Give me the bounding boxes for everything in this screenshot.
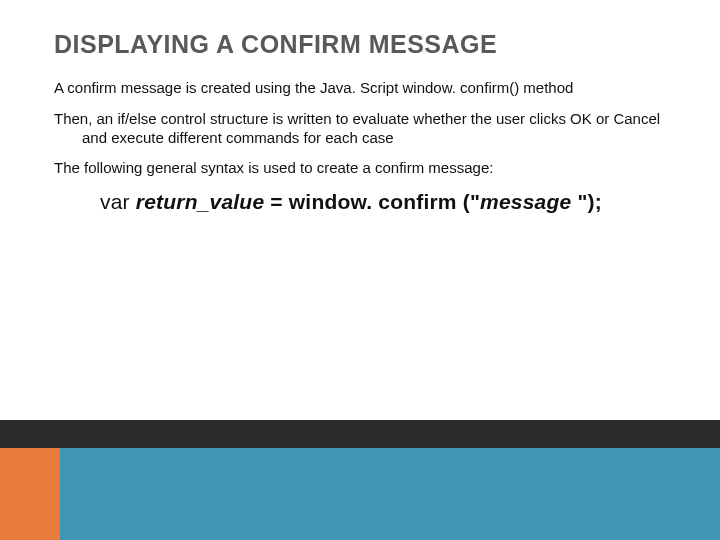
paragraph-1: A confirm message is created using the J…: [54, 79, 666, 98]
paragraph-3: The following general syntax is used to …: [54, 159, 666, 178]
syntax-line: var return_value = window. confirm ("mes…: [100, 190, 666, 214]
syntax-end: ");: [577, 190, 602, 213]
slide-title: DISPLAYING A CONFIRM MESSAGE: [54, 30, 666, 59]
message-placeholder: message: [480, 190, 577, 213]
slide: DISPLAYING A CONFIRM MESSAGE A confirm m…: [0, 0, 720, 540]
footer-teal-block: [60, 448, 720, 540]
syntax-middle: = window. confirm (": [264, 190, 480, 213]
content-area: DISPLAYING A CONFIRM MESSAGE A confirm m…: [54, 30, 666, 214]
keyword-var: var: [100, 190, 130, 213]
footer-orange-block: [0, 448, 60, 540]
footer-decoration: [0, 420, 720, 540]
paragraph-2: Then, an if/else control structure is wr…: [54, 110, 666, 148]
return-value-placeholder: return_value: [136, 190, 264, 213]
